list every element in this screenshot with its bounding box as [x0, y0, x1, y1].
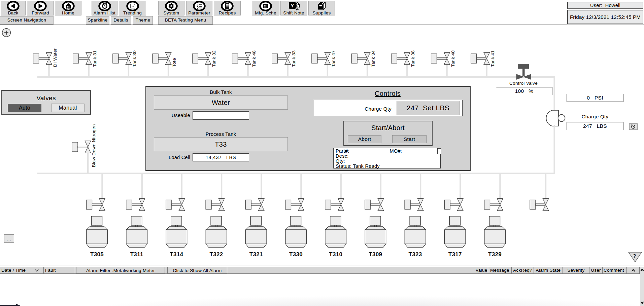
svg-text:T330: T330	[289, 251, 303, 258]
svg-text:Tank 33: Tank 33	[291, 50, 296, 67]
svg-text:T323: T323	[409, 251, 422, 258]
svg-text:Tank 34: Tank 34	[371, 50, 376, 67]
svg-text:T314: T314	[170, 251, 183, 258]
svg-text:T322: T322	[210, 251, 223, 258]
svg-text:Tank 41: Tank 41	[490, 50, 495, 67]
svg-text:T305: T305	[90, 251, 104, 258]
svg-text:Tote: Tote	[172, 58, 177, 67]
svg-text:T321: T321	[249, 251, 263, 258]
svg-text:T309: T309	[369, 251, 382, 258]
svg-text:Tank 47: Tank 47	[331, 50, 336, 67]
svg-text:Y: Y	[291, 3, 294, 8]
svg-text:Control Valve: Control Valve	[509, 81, 538, 86]
svg-text:T310: T310	[329, 251, 342, 258]
svg-text:Tank 48: Tank 48	[251, 50, 257, 67]
svg-text:Tank 40: Tank 40	[450, 50, 455, 67]
svg-text:?: ?	[633, 253, 636, 259]
svg-text:T329: T329	[488, 251, 502, 258]
svg-text:Tank 32: Tank 32	[211, 50, 216, 67]
svg-text:DI Water: DI Water	[53, 48, 58, 67]
svg-text:Tank 38: Tank 38	[410, 50, 415, 67]
svg-text:T317: T317	[448, 251, 462, 258]
svg-text:Blow Down Nitrogen: Blow Down Nitrogen	[91, 124, 96, 167]
svg-text:T311: T311	[130, 251, 143, 258]
svg-text:Tank 31: Tank 31	[92, 50, 97, 67]
svg-text:Tank 30: Tank 30	[132, 50, 137, 67]
